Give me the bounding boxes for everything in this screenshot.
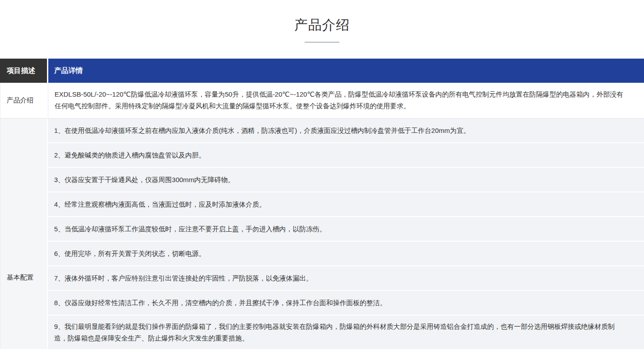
config-item-3: 3、仪器应安置于干燥通风处，仪器周围300mm内无障碍物。 <box>48 168 644 192</box>
intro-row-label: 产品介绍 <box>0 83 48 118</box>
config-item-2: 2、避免酸碱类的物质进入槽内腐蚀盘管以及内胆。 <box>48 143 644 167</box>
config-row-label: 基本配置 <box>0 119 48 349</box>
config-item-4: 4、经常注意观察槽内液面高低，当液面过低时，应及时添加液体介质。 <box>48 192 644 216</box>
title-divider <box>305 42 339 43</box>
config-item-5: 5、当低温冷却液循环泵工作温度较低时，应注意不要开启上盖，手勿进入槽内，以防冻伤… <box>48 217 644 241</box>
config-item-list: 1、在使用低温冷却液循环泵之前在槽内应加入液体介质(纯水，酒精，防冻液也可)，介… <box>48 119 644 349</box>
table-header-row: 项目描述 产品详情 <box>0 59 644 83</box>
row-basic-config: 基本配置 1、在使用低温冷却液循环泵之前在槽内应加入液体介质(纯水，酒精，防冻液… <box>0 119 644 349</box>
header-cell-detail: 产品详情 <box>48 59 644 83</box>
config-item-7: 7、液体外循环时，客户应特别注意引出管连接处的牢固性，严防脱落，以免液体漏出。 <box>48 266 644 290</box>
product-intro-page: 产品介绍 项目描述 产品详情 产品介绍 EXDLSB-50L/-20~-120℃… <box>0 0 644 349</box>
config-item-8: 8、仪器应做好经常性清洁工作，长久不用，清空槽内的介质，并且擦拭干净，保持工作台… <box>48 291 644 315</box>
page-title: 产品介绍 <box>0 17 644 33</box>
row-product-intro: 产品介绍 EXDLSB-50L/-20~-120℃防爆低温冷却液循环泵，容量为5… <box>0 83 644 119</box>
config-item-9: 9、我们最明显能看到的就是我们操作界面的防爆箱了，我们的主要控制电器就安装在防爆… <box>48 315 644 349</box>
table-body: 产品介绍 EXDLSB-50L/-20~-120℃防爆低温冷却液循环泵，容量为5… <box>0 83 644 349</box>
config-item-6: 6、使用完毕，所有开关置于关闭状态，切断电源。 <box>48 242 644 265</box>
intro-row-content: EXDLSB-50L/-20~-120℃防爆低温冷却液循环泵，容量为50升，提供… <box>48 83 644 118</box>
config-item-1: 1、在使用低温冷却液循环泵之前在槽内应加入液体介质(纯水，酒精，防冻液也可)，介… <box>48 119 644 142</box>
header-cell-project: 项目描述 <box>0 59 48 83</box>
product-table: 项目描述 产品详情 产品介绍 EXDLSB-50L/-20~-120℃防爆低温冷… <box>0 59 644 349</box>
